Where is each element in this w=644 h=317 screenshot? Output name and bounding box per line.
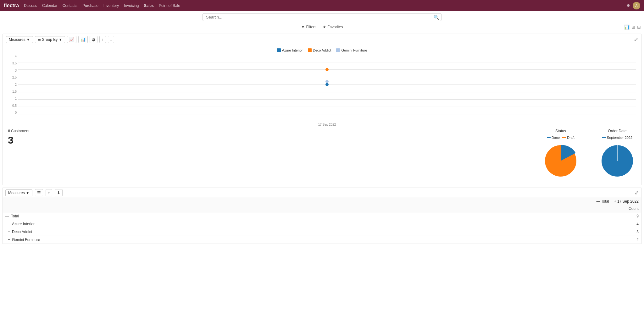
done-label: Done xyxy=(552,136,560,139)
total-crumb-label: Total xyxy=(601,199,609,204)
measures-chevron: ▼ xyxy=(26,37,30,42)
y-05: 0.5 xyxy=(12,104,17,107)
azure-row-count: 4 xyxy=(616,220,641,228)
filter-icon: ▼ xyxy=(301,25,305,29)
favorites-button[interactable]: ★ Favorites xyxy=(323,25,343,29)
status-pie-legend: Done Draft xyxy=(547,136,575,139)
app-logo: flectra xyxy=(4,3,19,8)
table-icon[interactable]: ⊞ xyxy=(631,25,635,30)
nav-menu: Discuss Calendar Contacts Purchase Inven… xyxy=(24,3,180,8)
chart-expand-button[interactable]: ⤢ xyxy=(634,36,638,42)
gemini-row-count: 2 xyxy=(616,236,641,243)
table-row: + Gemini Furniture 2 xyxy=(3,236,641,244)
table-breadcrumb: — Total + 17 Sep 2022 xyxy=(3,198,641,205)
nav-discuss[interactable]: Discuss xyxy=(24,3,37,8)
table-measures-button[interactable]: Measures ▼ xyxy=(5,189,32,196)
gemini-row-plus[interactable]: + xyxy=(8,238,10,242)
deco-datapoint xyxy=(325,68,329,71)
sep2022-legend: September 2022 xyxy=(602,136,632,139)
y-25: 2.5 xyxy=(12,76,17,79)
legend-gemini-label: Gemini Furniture xyxy=(341,48,367,52)
deco-row-plus[interactable]: + xyxy=(8,230,10,234)
nav-invoicing[interactable]: Invoicing xyxy=(124,3,139,8)
pivot-icon[interactable]: ⊟ xyxy=(637,25,641,30)
avatar[interactable]: A xyxy=(633,2,640,9)
y-2: 2 xyxy=(15,83,17,86)
nav-pos[interactable]: Point of Sale xyxy=(159,3,180,8)
total-row-minus[interactable]: — xyxy=(5,214,9,218)
chart-svg xyxy=(18,55,636,114)
top-nav: flectra Discuss Calendar Contacts Purcha… xyxy=(0,0,644,11)
azure-row-plus[interactable]: + xyxy=(8,222,10,226)
status-pie-svg xyxy=(542,142,580,180)
filter-fav-bar: ▼ Filters ★ Favorites 📊 ⊞ ⊟ xyxy=(0,23,644,31)
pie-chart-button[interactable]: ◕ xyxy=(90,36,97,43)
chart-legend: Azure Interior Deco Addict Gemini Furnit… xyxy=(8,48,636,52)
legend-dot-azure xyxy=(277,48,281,52)
sep2022-legend-color xyxy=(602,137,606,138)
table-download-icon[interactable]: ⬇ xyxy=(55,189,63,196)
group-by-chevron: ▼ xyxy=(58,37,62,42)
table-list-icon[interactable]: ☰ xyxy=(35,189,43,196)
search-icon: 🔍 xyxy=(434,15,439,20)
nav-inventory[interactable]: Inventory xyxy=(103,3,119,8)
bar-chart-icon[interactable]: 📊 xyxy=(624,25,630,30)
measures-button[interactable]: Measures ▼ xyxy=(6,36,33,43)
chart-area: Azure Interior Deco Addict Gemini Furnit… xyxy=(3,45,641,124)
status-pie-title: Status xyxy=(555,129,566,133)
total-row-cell: — Total xyxy=(3,212,616,220)
filters-label: Filters xyxy=(306,25,316,29)
summary-pie-row: # Customers 3 Status Done Draft xyxy=(3,124,641,185)
nav-calendar[interactable]: Calendar xyxy=(42,3,58,8)
status-pie-container: Status Done Draft xyxy=(542,129,580,180)
row-label-header xyxy=(3,205,610,212)
table-row: + Azure Interior 4 xyxy=(3,220,641,228)
legend-deco-label: Deco Addict xyxy=(313,48,331,52)
favorites-label: Favorites xyxy=(327,25,343,29)
nav-contacts[interactable]: Contacts xyxy=(63,3,77,8)
group-by-button[interactable]: ☰ Group By ▼ xyxy=(35,36,65,43)
nav-purchase[interactable]: Purchase xyxy=(82,3,98,8)
breadcrumb-date: + 17 Sep 2022 xyxy=(614,199,639,204)
chart-plot-area: 17 Sep 2022 xyxy=(18,55,636,121)
status-legend-draft: Draft xyxy=(562,136,575,139)
nav-icon-settings[interactable]: ⚙ xyxy=(627,3,630,8)
desc-sort-button[interactable]: ↓ xyxy=(108,36,114,43)
sep2022-label: September 2022 xyxy=(607,136,632,139)
customers-value: 3 xyxy=(8,134,46,146)
table-add-icon[interactable]: + xyxy=(46,189,53,196)
chart-toolbar: Measures ▼ ☰ Group By ▼ 📈 📊 ◕ ↑ ↓ ⤢ xyxy=(3,34,641,45)
asc-sort-button[interactable]: ↑ xyxy=(99,36,106,43)
table-expand-button[interactable]: ⤢ xyxy=(635,190,639,196)
y-15: 1.5 xyxy=(12,90,17,93)
total-row-label: Total xyxy=(11,214,19,218)
legend-deco: Deco Addict xyxy=(308,48,331,52)
draft-legend-color xyxy=(562,137,566,138)
nav-sales[interactable]: Sales xyxy=(144,3,154,8)
table-measures-chevron: ▼ xyxy=(26,191,30,195)
status-legend-done: Done xyxy=(547,136,560,139)
chart-section: Measures ▼ ☰ Group By ▼ 📈 📊 ◕ ↑ ↓ ⤢ Azur… xyxy=(3,34,641,185)
line-chart: 0 0.5 1 1.5 2 2.5 3 3.5 4 xyxy=(8,55,636,121)
plus-icon: + xyxy=(614,199,616,204)
table-row: — Total 9 xyxy=(3,212,641,220)
legend-gemini: Gemini Furniture xyxy=(336,48,367,52)
y-axis: 0 0.5 1 1.5 2 2.5 3 3.5 4 xyxy=(8,55,18,121)
table-measures-label: Measures xyxy=(8,191,25,195)
y-4: 4 xyxy=(15,55,17,58)
gemini-row-label: Gemini Furniture xyxy=(12,238,40,242)
legend-azure: Azure Interior xyxy=(277,48,303,52)
azure-datapoint xyxy=(325,83,329,86)
y-3: 3 xyxy=(15,69,17,72)
customers-title: # Customers xyxy=(8,129,46,133)
done-legend-color xyxy=(547,137,551,138)
bar-chart-button[interactable]: 📊 xyxy=(78,36,88,43)
star-icon: ★ xyxy=(323,25,326,29)
azure-row-label: Azure Interior xyxy=(12,222,35,226)
filters-button[interactable]: ▼ Filters xyxy=(301,25,317,29)
search-input[interactable] xyxy=(203,13,441,21)
line-chart-button[interactable]: 📈 xyxy=(67,36,76,43)
y-35: 3.5 xyxy=(12,62,17,65)
legend-dot-gemini xyxy=(336,48,340,52)
order-date-legend: September 2022 xyxy=(602,136,632,139)
